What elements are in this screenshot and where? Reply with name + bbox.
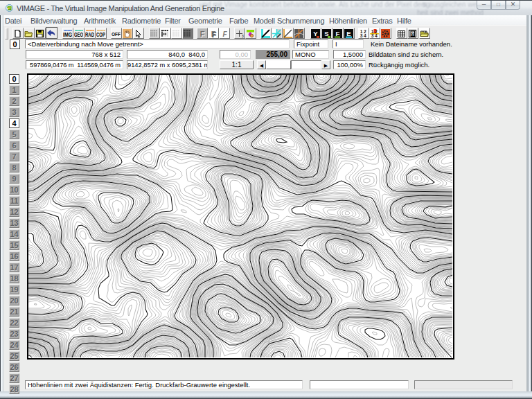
svg-text:3: 3 bbox=[242, 34, 244, 38]
svg-text:8: 8 bbox=[411, 32, 414, 37]
svg-text:E: E bbox=[346, 30, 351, 37]
svg-text:F: F bbox=[336, 30, 340, 37]
svg-text:F: F bbox=[222, 30, 227, 38]
svg-text:OFF: OFF bbox=[112, 31, 121, 37]
svg-text:F: F bbox=[200, 30, 205, 38]
svg-text:RAD: RAD bbox=[85, 31, 94, 38]
svg-text:4: 4 bbox=[364, 33, 366, 38]
svg-text:3: 3 bbox=[371, 33, 374, 38]
svg-text:4: 4 bbox=[375, 33, 378, 38]
svg-text:IMG: IMG bbox=[63, 31, 72, 38]
svg-text:COP: COP bbox=[96, 31, 105, 38]
svg-text:3: 3 bbox=[360, 33, 363, 38]
svg-text:F: F bbox=[211, 30, 216, 38]
svg-text:GEO: GEO bbox=[74, 31, 83, 38]
